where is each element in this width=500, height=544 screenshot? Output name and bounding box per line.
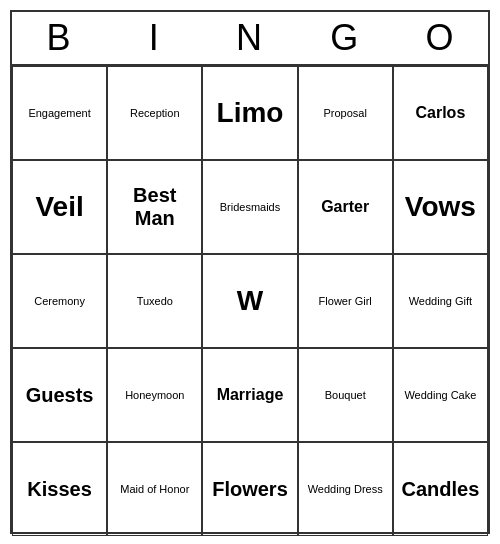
cell-content: Guests — [26, 384, 94, 407]
bingo-cell: Marriage — [202, 348, 297, 442]
bingo-cell: Reception — [107, 66, 202, 160]
bingo-cell: Tuxedo — [107, 254, 202, 348]
bingo-cell: W — [202, 254, 297, 348]
cell-content: Tuxedo — [137, 295, 173, 308]
header-letter: B — [12, 12, 107, 64]
cell-content: Reception — [130, 107, 180, 120]
bingo-cell: Flower Girl — [298, 254, 393, 348]
bingo-card: BINGO EngagementReceptionLimoProposalCar… — [10, 10, 490, 534]
cell-content: Wedding Gift — [409, 295, 472, 308]
cell-content: Kisses — [27, 478, 92, 501]
bingo-cell: Guests — [12, 348, 107, 442]
header-letter: I — [107, 12, 202, 64]
bingo-cell: Honeymoon — [107, 348, 202, 442]
cell-content: Candles — [401, 478, 479, 501]
cell-content: Marriage — [217, 386, 284, 404]
bingo-cell: Wedding Gift — [393, 254, 488, 348]
cell-content: Flower Girl — [319, 295, 372, 308]
bingo-cell: Carlos — [393, 66, 488, 160]
bingo-cell: Ceremony — [12, 254, 107, 348]
bingo-cell: Best Man — [107, 160, 202, 254]
bingo-cell: Veil — [12, 160, 107, 254]
cell-content: Bouquet — [325, 389, 366, 402]
bingo-cell: Wedding Dress — [298, 442, 393, 536]
bingo-cell: Limo — [202, 66, 297, 160]
cell-content: Carlos — [415, 104, 465, 122]
cell-content: Wedding Dress — [308, 483, 383, 496]
header-letter: O — [393, 12, 488, 64]
bingo-cell: Proposal — [298, 66, 393, 160]
bingo-cell: Engagement — [12, 66, 107, 160]
cell-content: Ceremony — [34, 295, 85, 308]
cell-content: Garter — [321, 198, 369, 216]
bingo-cell: Garter — [298, 160, 393, 254]
bingo-cell: Vows — [393, 160, 488, 254]
bingo-grid: EngagementReceptionLimoProposalCarlosVei… — [12, 64, 488, 536]
cell-content: Wedding Cake — [404, 389, 476, 402]
bingo-cell: Kisses — [12, 442, 107, 536]
cell-content: Proposal — [323, 107, 366, 120]
bingo-header: BINGO — [12, 12, 488, 64]
bingo-cell: Bouquet — [298, 348, 393, 442]
bingo-cell: Wedding Cake — [393, 348, 488, 442]
cell-content: Honeymoon — [125, 389, 184, 402]
cell-content: Engagement — [28, 107, 90, 120]
bingo-cell: Flowers — [202, 442, 297, 536]
cell-content: W — [237, 285, 263, 317]
cell-content: Vows — [405, 191, 476, 223]
cell-content: Bridesmaids — [220, 201, 281, 214]
header-letter: G — [298, 12, 393, 64]
header-letter: N — [202, 12, 297, 64]
bingo-cell: Candles — [393, 442, 488, 536]
cell-content: Limo — [217, 97, 284, 129]
cell-content: Maid of Honor — [120, 483, 189, 496]
cell-content: Veil — [35, 191, 83, 223]
bingo-cell: Maid of Honor — [107, 442, 202, 536]
cell-content: Best Man — [112, 184, 197, 230]
bingo-cell: Bridesmaids — [202, 160, 297, 254]
cell-content: Flowers — [212, 478, 288, 501]
